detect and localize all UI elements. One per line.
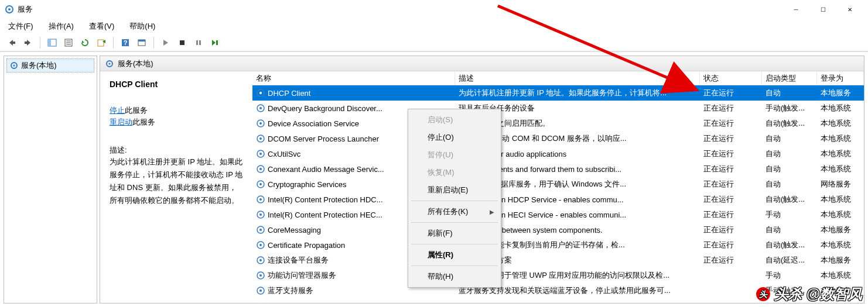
toolbar-button[interactable] <box>135 36 149 50</box>
detail-header-label: 服务(本地) <box>118 58 153 69</box>
context-menu-separator <box>411 201 498 201</box>
context-menu-item[interactable]: 所有任务(K)▶ <box>410 203 499 220</box>
context-menu-item: 恢复(M) <box>410 164 499 181</box>
menu-help[interactable]: 帮助(H) <box>126 20 159 33</box>
service-row[interactable]: 连接设备平台服务接设备平台方案正在运行自动(延迟...本地服务 <box>252 253 864 268</box>
back-button[interactable] <box>5 36 19 50</box>
svg-rect-3 <box>25 42 28 44</box>
menu-view[interactable]: 查看(V) <box>86 20 118 33</box>
col-name[interactable]: 名称 <box>252 71 455 85</box>
start-service-button[interactable] <box>159 36 173 50</box>
svg-rect-16 <box>196 40 198 45</box>
svg-point-28 <box>259 122 262 125</box>
service-row[interactable]: DHCP Client为此计算机注册并更新 IP 地址。如果此服务停止，计算机将… <box>252 85 864 101</box>
context-menu-item[interactable]: 刷新(F) <box>410 225 499 242</box>
context-menu-separator <box>411 244 498 244</box>
svg-point-42 <box>259 229 262 231</box>
svg-point-34 <box>259 168 262 170</box>
forward-button[interactable] <box>21 36 35 50</box>
minimize-button[interactable]: ─ <box>782 0 809 19</box>
service-row[interactable]: DCOM Server Process LauncherCH 服务可启动 COM… <box>252 131 864 146</box>
col-startup[interactable]: 启动类型 <box>762 71 817 85</box>
maximize-button[interactable]: ☐ <box>809 0 836 19</box>
svg-point-30 <box>259 137 262 140</box>
service-info-panel: DHCP Client 停止此服务 重启动此服务 描述: 为此计算机注册并更新 … <box>100 71 252 303</box>
service-row[interactable]: CxUtilSvcity service for audio applicati… <box>252 146 864 161</box>
rows-container: DHCP Client为此计算机注册并更新 IP 地址。如果此服务停止，计算机将… <box>252 85 864 298</box>
context-menu-item[interactable]: 帮助(H) <box>410 268 499 285</box>
service-row[interactable]: Cryptographic Services服务: 编录数据库服务，用于确认 W… <box>252 177 864 192</box>
context-menu-item: 启动(S) <box>410 111 499 129</box>
svg-point-1 <box>8 8 11 11</box>
svg-point-44 <box>259 244 262 246</box>
svg-rect-17 <box>199 40 201 45</box>
description-text: 为此计算机注册并更新 IP 地址。如果此服务停止，计算机将不能接收动态 IP 地… <box>110 156 243 207</box>
context-menu-separator <box>411 265 498 266</box>
watermark-icon: 头 <box>756 287 771 302</box>
gear-icon <box>105 59 114 68</box>
submenu-arrow-icon: ▶ <box>490 209 494 215</box>
restart-service-link[interactable]: 重启动 <box>110 118 132 126</box>
svg-point-32 <box>259 153 262 155</box>
svg-rect-14 <box>138 40 145 42</box>
svg-point-22 <box>109 63 111 64</box>
context-menu: 启动(S)停止(O)暂停(U)恢复(M)重新启动(E)所有任务(K)▶刷新(F)… <box>408 109 501 288</box>
service-row[interactable]: CoreMessagingnmunication between system … <box>252 222 864 237</box>
refresh-button[interactable] <box>78 36 92 50</box>
service-row[interactable]: Conexant Audio Message Servic...io devic… <box>252 161 864 177</box>
properties-button[interactable] <box>61 36 76 50</box>
service-row[interactable]: Intel(R) Content Protection HEC...ent Pr… <box>252 207 864 222</box>
svg-point-46 <box>259 259 262 261</box>
context-menu-item: 暂停(U) <box>410 146 499 164</box>
stop-service-button[interactable] <box>175 36 189 50</box>
pause-service-button[interactable] <box>192 36 206 50</box>
toolbar-separator <box>153 37 154 49</box>
window-title: 服务 <box>18 4 782 15</box>
svg-point-40 <box>259 213 262 216</box>
service-row[interactable]: DevQuery Background Discover...现具有后台任务的设… <box>252 101 864 116</box>
description-label: 描述: <box>110 145 243 156</box>
svg-rect-5 <box>48 39 51 46</box>
tree-item-services-local[interactable]: 服务(本地) <box>6 58 94 73</box>
context-menu-item[interactable]: 停止(O) <box>410 129 499 146</box>
svg-rect-18 <box>216 40 218 45</box>
stop-service-link[interactable]: 停止 <box>110 106 125 115</box>
help-button[interactable]: ? <box>118 36 132 50</box>
col-login[interactable]: 登录为 <box>817 71 864 85</box>
service-list: 名称 描述 状态 启动类型 登录为 DHCP Client为此计算机注册并更新 … <box>252 71 864 303</box>
gear-icon <box>9 61 19 70</box>
svg-point-24 <box>259 92 262 94</box>
watermark: 头 头杀 @数智风 <box>756 285 862 303</box>
svg-rect-15 <box>180 40 184 45</box>
svg-rect-2 <box>12 42 15 44</box>
svg-point-26 <box>259 107 262 109</box>
service-row[interactable]: Device Association Service或无线设备之间启用匹配。正在… <box>252 116 864 131</box>
tree-pane: 服务(本地) <box>4 56 97 303</box>
toolbar: ? <box>0 34 868 51</box>
selected-service-title: DHCP Client <box>110 80 243 89</box>
service-row[interactable]: Intel(R) Content Protection HDC...ent Pr… <box>252 192 864 207</box>
restart-service-button[interactable] <box>208 36 222 50</box>
menu-bar: 文件(F) 操作(A) 查看(V) 帮助(H) <box>0 19 868 34</box>
svg-point-36 <box>259 183 262 185</box>
svg-text:头: 头 <box>758 289 768 299</box>
context-menu-item[interactable]: 重新启动(E) <box>410 181 499 199</box>
svg-rect-10 <box>98 40 104 46</box>
export-button[interactable] <box>94 36 108 50</box>
toolbar-separator <box>40 37 40 49</box>
context-menu-item[interactable]: 属性(R) <box>410 246 499 264</box>
svg-point-38 <box>259 198 262 201</box>
service-row[interactable]: Certificate Propagation根证书从智能卡复制到当前用户的证书… <box>252 237 864 253</box>
show-hide-tree-button[interactable] <box>45 36 59 50</box>
app-gear-icon <box>5 5 14 14</box>
menu-action[interactable]: 操作(A) <box>45 20 77 33</box>
column-headers: 名称 描述 状态 启动类型 登录为 <box>252 71 864 85</box>
col-desc[interactable]: 描述 <box>455 71 700 85</box>
menu-file[interactable]: 文件(F) <box>5 20 37 33</box>
context-menu-separator <box>411 222 498 223</box>
service-row[interactable]: 功能访问管理器服务提供设施，用于管理 UWP 应用对应用功能的访问权限以及检..… <box>252 268 864 283</box>
col-status[interactable]: 状态 <box>700 71 762 85</box>
detail-header: 服务(本地) <box>100 56 864 71</box>
close-button[interactable]: ✕ <box>836 0 863 19</box>
svg-point-20 <box>13 65 15 67</box>
